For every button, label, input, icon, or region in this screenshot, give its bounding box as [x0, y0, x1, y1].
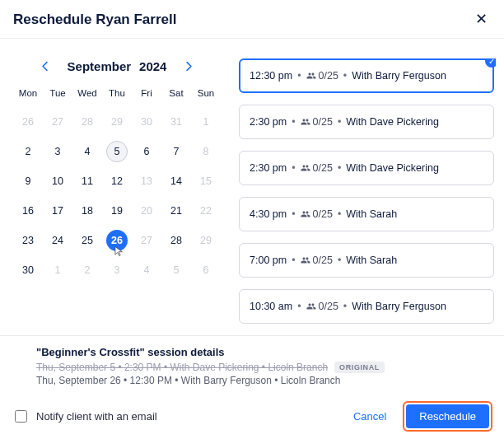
time-slot-list[interactable]: 12:30 pm • 0/25 • With Barry Ferguson✓2:… — [239, 58, 496, 327]
calendar-day: 20 — [132, 198, 161, 223]
calendar-year: 2024 — [139, 59, 166, 73]
calendar-day: 30 — [132, 110, 161, 134]
calendar-day[interactable]: 28 — [161, 228, 191, 253]
time-slot[interactable]: 10:30 am • 0/25 • With Barry Ferguson — [239, 289, 494, 324]
time-slot-selected[interactable]: 12:30 pm • 0/25 • With Barry Ferguson✓ — [239, 58, 494, 93]
close-icon[interactable]: ✕ — [473, 12, 489, 28]
modal-header: Reschedule Ryan Farrell ✕ — [0, 0, 504, 39]
session-details-title: "Beginner's Crossfit" session details — [36, 346, 491, 358]
slot-capacity: 0/25 — [301, 255, 333, 266]
calendar-grid: MonTueWedThuFriSatSun2627282930311234567… — [13, 83, 221, 283]
separator-dot: • — [338, 116, 341, 128]
calendar-day[interactable]: 6 — [132, 139, 161, 164]
reschedule-modal: Reschedule Ryan Farrell ✕ September 2024… — [0, 0, 504, 439]
reschedule-button[interactable]: Reschedule — [406, 404, 489, 428]
calendar-prev-icon[interactable] — [38, 58, 53, 73]
calendar-day: 31 — [161, 110, 191, 134]
calendar-day: 29 — [102, 110, 132, 134]
people-icon — [301, 163, 310, 173]
slot-capacity: 0/25 — [301, 116, 333, 128]
session-new-text: Thu, September 26 • 12:30 PM • With Barr… — [36, 375, 491, 386]
calendar-day[interactable]: 30 — [13, 258, 43, 283]
separator-dot: • — [292, 162, 295, 174]
calendar-month: September — [68, 59, 132, 73]
check-icon: ✓ — [485, 58, 496, 68]
separator-dot: • — [292, 116, 295, 128]
slot-with: With Barry Ferguson — [352, 301, 446, 312]
slot-with: With Barry Ferguson — [352, 70, 446, 82]
time-slot[interactable]: 7:00 pm • 0/25 • With Sarah — [239, 243, 494, 278]
calendar-next-icon[interactable] — [181, 58, 196, 73]
people-icon — [301, 209, 310, 219]
slot-capacity: 0/25 — [306, 301, 338, 312]
calendar-day-selected[interactable]: 26 — [102, 228, 132, 253]
calendar-day[interactable]: 21 — [161, 198, 191, 223]
calendar-day[interactable]: 16 — [13, 198, 43, 223]
cancel-button[interactable]: Cancel — [340, 404, 399, 429]
calendar-day: 15 — [191, 169, 221, 194]
calendar-day-today[interactable]: 5 — [102, 139, 132, 164]
slot-time: 2:30 pm — [250, 162, 287, 174]
original-badge: ORIGINAL — [334, 362, 385, 373]
calendar-day: 28 — [72, 110, 102, 134]
time-slot[interactable]: 2:30 pm • 0/25 • With Dave Pickering — [239, 105, 494, 139]
calendar-day: 5 — [161, 258, 191, 283]
notify-client-input[interactable] — [15, 410, 27, 423]
calendar-day[interactable]: 12 — [102, 169, 132, 194]
slot-with: With Dave Pickering — [346, 116, 439, 128]
people-icon — [301, 255, 310, 265]
time-slot[interactable]: 4:30 pm • 0/25 • With Sarah — [239, 197, 494, 231]
session-original-text: Thu, September 5 • 2:30 PM • With Dave P… — [36, 362, 328, 373]
time-slot[interactable]: 2:30 pm • 0/25 • With Dave Pickering — [239, 151, 494, 185]
separator-dot: • — [338, 208, 341, 220]
people-icon — [306, 301, 316, 311]
calendar-day[interactable]: 19 — [102, 198, 132, 223]
notify-client-checkbox[interactable]: Notify client with an email — [12, 408, 157, 425]
calendar-day[interactable]: 23 — [13, 228, 43, 253]
calendar: September 2024 MonTueWedThuFriSatSun2627… — [13, 58, 221, 335]
calendar-day: 1 — [191, 110, 221, 134]
calendar-day: 1 — [43, 258, 72, 283]
calendar-day[interactable]: 7 — [161, 139, 191, 164]
calendar-day: 26 — [13, 110, 43, 134]
calendar-day: 3 — [102, 258, 132, 283]
calendar-dow: Thu — [102, 83, 132, 105]
separator-dot: • — [343, 70, 347, 82]
calendar-day[interactable]: 9 — [13, 169, 43, 194]
calendar-day: 27 — [43, 110, 72, 134]
calendar-title: September 2024 — [68, 59, 167, 73]
calendar-day[interactable]: 18 — [72, 198, 102, 223]
slot-capacity: 0/25 — [301, 162, 333, 174]
modal-footer: Notify client with an email Cancel Resch… — [0, 393, 504, 439]
calendar-day[interactable]: 14 — [161, 169, 191, 194]
calendar-day[interactable]: 25 — [72, 228, 102, 253]
reschedule-button-highlight: Reschedule — [403, 401, 492, 432]
calendar-dow: Sat — [161, 83, 191, 105]
slot-with: With Dave Pickering — [346, 162, 439, 174]
calendar-day[interactable]: 2 — [13, 139, 43, 164]
slot-time: 10:30 am — [250, 301, 292, 312]
calendar-day[interactable]: 17 — [43, 198, 72, 223]
calendar-day[interactable]: 24 — [43, 228, 72, 253]
calendar-dow: Wed — [72, 83, 102, 105]
calendar-day: 6 — [191, 258, 221, 283]
calendar-day: 22 — [191, 198, 221, 223]
separator-dot: • — [343, 301, 347, 312]
calendar-day[interactable]: 3 — [43, 139, 72, 164]
slot-time: 12:30 pm — [250, 70, 292, 82]
calendar-day[interactable]: 10 — [43, 169, 72, 194]
calendar-day: 4 — [132, 258, 161, 283]
calendar-dow: Sun — [191, 83, 221, 105]
calendar-day[interactable]: 11 — [72, 169, 102, 194]
modal-body: September 2024 MonTueWedThuFriSatSun2627… — [0, 39, 504, 335]
slot-with: With Sarah — [346, 208, 397, 220]
session-details: "Beginner's Crossfit" session details Th… — [0, 335, 504, 393]
slot-time: 7:00 pm — [250, 255, 287, 266]
separator-dot: • — [338, 255, 341, 266]
slot-time: 4:30 pm — [250, 208, 287, 220]
calendar-day[interactable]: 4 — [72, 139, 102, 164]
people-icon — [301, 117, 310, 127]
separator-dot: • — [297, 70, 301, 82]
calendar-dow: Mon — [13, 83, 43, 105]
slot-capacity: 0/25 — [301, 208, 333, 220]
